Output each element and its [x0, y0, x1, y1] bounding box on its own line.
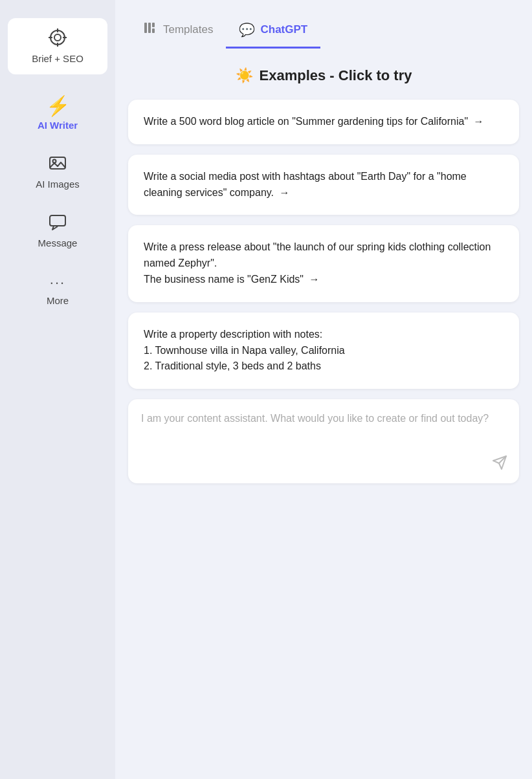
svg-point-0: [50, 30, 65, 45]
sidebar: Brief + SEO ⚡ AI Writer AI Images Messag…: [0, 0, 115, 779]
sidebar-item-ai-writer[interactable]: ⚡ AI Writer: [0, 85, 115, 142]
main-content: Templates 💬 ChatGPT ☀️ Examples - Click …: [115, 0, 532, 779]
example-card-3-text: Write a press release about "the launch …: [144, 241, 491, 285]
example-card-2-arrow: →: [279, 187, 289, 198]
sidebar-item-label-ai-writer: AI Writer: [38, 120, 78, 131]
example-card-4[interactable]: Write a property description with notes:…: [128, 313, 519, 389]
tab-templates[interactable]: Templates: [131, 12, 226, 49]
chat-input-area[interactable]: I am your content assistant. What would …: [128, 399, 519, 483]
send-button[interactable]: [492, 455, 507, 474]
chatgpt-tab-icon: 💬: [239, 22, 255, 38]
sidebar-item-label-message: Message: [38, 237, 78, 248]
svg-point-1: [54, 34, 61, 41]
example-card-1[interactable]: Write a 500 word blog article on "Summer…: [128, 100, 519, 144]
message-icon: [49, 213, 67, 234]
ai-writer-icon: ⚡: [46, 96, 70, 116]
section-title-text: Examples - Click to try: [260, 67, 412, 84]
tab-bar: Templates 💬 ChatGPT: [115, 0, 532, 49]
tab-templates-label: Templates: [163, 23, 213, 36]
sidebar-item-ai-images[interactable]: AI Images: [0, 142, 115, 201]
sidebar-item-message[interactable]: Message: [0, 201, 115, 260]
tab-chatgpt-label: ChatGPT: [260, 23, 307, 36]
templates-tab-icon: [144, 21, 158, 38]
chat-input-placeholder: I am your content assistant. What would …: [141, 411, 506, 474]
svg-rect-10: [148, 23, 151, 33]
brief-seo-icon: [49, 28, 67, 49]
more-dots-icon: ···: [50, 274, 65, 291]
example-card-2-text: Write a social media post with hashtags …: [144, 171, 467, 198]
sun-icon: ☀️: [236, 67, 253, 84]
example-card-1-arrow: →: [474, 116, 484, 127]
svg-rect-12: [152, 28, 155, 33]
sidebar-item-brief-seo[interactable]: Brief + SEO: [8, 18, 107, 74]
svg-point-7: [53, 160, 56, 163]
example-card-2[interactable]: Write a social media post with hashtags …: [128, 155, 519, 215]
sidebar-item-label-more: More: [47, 295, 69, 306]
ai-images-icon: [49, 154, 67, 175]
example-card-3[interactable]: Write a press release about "the launch …: [128, 225, 519, 302]
sidebar-item-label-ai-images: AI Images: [36, 179, 80, 190]
example-card-1-text: Write a 500 word blog article on "Summer…: [144, 116, 484, 127]
svg-rect-11: [152, 23, 155, 27]
content-area: ☀️ Examples - Click to try Write a 500 w…: [115, 49, 532, 779]
section-title: ☀️ Examples - Click to try: [128, 67, 519, 84]
example-card-3-arrow: →: [309, 274, 319, 285]
svg-rect-6: [50, 157, 65, 169]
sidebar-item-label-brief-seo: Brief + SEO: [32, 53, 83, 64]
svg-rect-9: [144, 23, 147, 33]
sidebar-item-more[interactable]: ··· More: [0, 263, 115, 318]
svg-rect-8: [50, 215, 65, 226]
example-card-4-text: Write a property description with notes:…: [144, 329, 345, 372]
tab-chatgpt[interactable]: 💬 ChatGPT: [226, 13, 320, 49]
